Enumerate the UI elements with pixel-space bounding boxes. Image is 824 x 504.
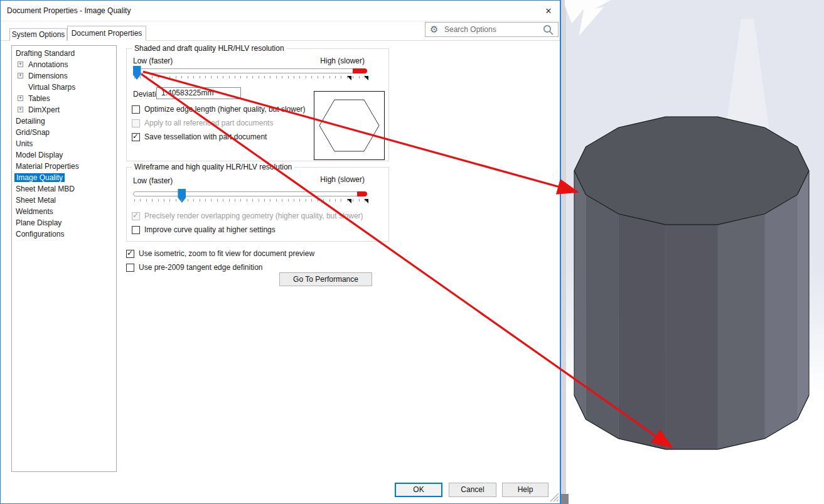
tick-mark xyxy=(217,76,218,78)
tree-item-configurations[interactable]: Configurations xyxy=(12,228,116,240)
tick-mark xyxy=(276,76,277,78)
deviation-field[interactable]: 1.40583225mm xyxy=(156,87,241,99)
slider-ticks xyxy=(134,199,367,204)
search-options-box[interactable]: ⚙ xyxy=(425,22,559,37)
tick-mark xyxy=(181,76,182,78)
search-input[interactable] xyxy=(443,23,537,36)
checkbox-label: Use pre-2009 tangent edge definition xyxy=(139,263,262,272)
tree-item-annotations[interactable]: +Annotations xyxy=(12,59,116,70)
tree-item-label: Tables xyxy=(28,94,50,103)
wireframe-slider-track[interactable] xyxy=(133,191,366,196)
group-title: Wireframe and high quality HLR/HLV resol… xyxy=(132,163,294,171)
tick-mark xyxy=(259,76,259,78)
tab-document-properties[interactable]: Document Properties xyxy=(67,26,146,41)
expand-icon[interactable]: + xyxy=(18,62,23,67)
check-icon: ✓ xyxy=(132,211,139,220)
tree-item-label: Image Quality xyxy=(14,173,65,182)
tick-mark xyxy=(223,76,223,78)
tick-mark xyxy=(205,199,206,201)
tree-item-detailing[interactable]: Detailing xyxy=(12,115,116,127)
tick-mark xyxy=(240,199,241,201)
tree-item-sheet-metal-mbd[interactable]: Sheet Metal MBD xyxy=(12,183,116,195)
ok-button[interactable]: OK xyxy=(395,483,442,497)
tick-mark xyxy=(341,76,341,78)
tick-mark xyxy=(288,199,289,201)
checkbox-label: Apply to all referenced part documents xyxy=(144,119,273,127)
use-pre-2009-tangent-edge-definition-checkbox[interactable] xyxy=(126,264,134,272)
cylinder-facet xyxy=(765,195,798,439)
tree-item-label: Weldments xyxy=(16,207,53,216)
checkbox-label: Improve curve quality at higher settings xyxy=(144,225,276,234)
tick-mark xyxy=(264,199,265,201)
tick-mark xyxy=(200,199,200,201)
tick-mark xyxy=(169,199,170,201)
check-icon: ✓ xyxy=(132,132,139,141)
tree-item-label: Units xyxy=(16,139,33,148)
cylinder-top-face[interactable] xyxy=(574,117,809,225)
expand-icon[interactable]: + xyxy=(18,107,23,112)
tree-item-plane-display[interactable]: Plane Display xyxy=(12,217,116,228)
tick-mark xyxy=(323,199,324,201)
tree-item-label: Plane Display xyxy=(16,218,62,227)
slider-low-label: Low (faster) xyxy=(133,56,173,65)
cancel-button[interactable]: Cancel xyxy=(449,483,496,497)
slider-red-zone xyxy=(357,191,367,196)
tick-mark xyxy=(282,199,282,201)
tick-mark xyxy=(200,76,200,78)
tree-item-weldments[interactable]: Weldments xyxy=(12,206,116,217)
tree-item-label: Virtual Sharps xyxy=(28,83,75,92)
tick-mark xyxy=(282,76,282,78)
dialog-title: Document Properties - Image Quality xyxy=(7,6,131,15)
tick-mark xyxy=(152,76,152,78)
option-use-isometric-zoom-to-fit-view-for-docum: ✓Use isometric, zoom to fit view for doc… xyxy=(126,247,390,260)
tree-item-grid-snap[interactable]: Grid/Snap xyxy=(12,127,116,138)
faceted-cylinder-model[interactable] xyxy=(561,0,824,504)
tree-item-model-display[interactable]: Model Display xyxy=(12,149,116,161)
go-to-performance-button[interactable]: Go To Performance xyxy=(279,272,372,286)
optimize-edge-length-higher-quality-but--checkbox[interactable] xyxy=(132,105,140,114)
improve-curve-quality-at-higher-settings-checkbox[interactable] xyxy=(132,226,140,234)
tick-mark xyxy=(353,76,353,78)
expand-icon[interactable]: + xyxy=(18,95,23,101)
expand-icon[interactable]: + xyxy=(18,73,23,78)
tree-item-dimxpert[interactable]: +DimXpert xyxy=(12,104,116,115)
option-apply-to-all-referenced-part-documents: Apply to all referenced part documents xyxy=(132,116,306,130)
help-button[interactable]: Help xyxy=(502,483,548,497)
search-icon[interactable] xyxy=(543,24,554,36)
tick-mark xyxy=(299,199,300,201)
tree-item-label: Detailing xyxy=(16,117,45,126)
tree-item-sheet-metal[interactable]: Sheet Metal xyxy=(12,195,116,206)
tick-mark xyxy=(164,76,164,78)
tree-item-label: DimXpert xyxy=(28,105,60,114)
shaded-quality-group: Shaded and draft quality HLR/HLV resolut… xyxy=(126,48,389,161)
use-isometric-zoom-to-fit-view-for-docum-checkbox[interactable]: ✓ xyxy=(126,250,134,258)
tree-item-drafting-standard[interactable]: Drafting Standard xyxy=(12,48,116,59)
save-tessellation-with-part-document-checkbox[interactable]: ✓ xyxy=(132,133,140,141)
tree-item-dimensions[interactable]: +Dimensions xyxy=(12,70,116,82)
tick-mark xyxy=(335,199,336,201)
tree-item-label: Material Properties xyxy=(16,162,79,171)
tab-system-options[interactable]: System Options xyxy=(9,28,67,41)
tick-mark xyxy=(193,76,194,78)
close-icon[interactable]: ✕ xyxy=(542,5,555,18)
tick-mark xyxy=(294,199,294,201)
dialog-titlebar[interactable]: Document Properties - Image Quality ✕ xyxy=(1,1,560,21)
gear-icon[interactable]: ⚙ xyxy=(430,24,438,35)
tree-item-units[interactable]: Units xyxy=(12,138,116,149)
tree-item-material-properties[interactable]: Material Properties xyxy=(12,161,116,172)
tree-item-image-quality[interactable]: Image Quality xyxy=(12,172,116,183)
tick-mark xyxy=(193,199,194,201)
check-icon: ✓ xyxy=(127,249,133,257)
precisely-render-overlapping-geometry-hi-checkbox: ✓ xyxy=(132,212,140,220)
cylinder-facet xyxy=(618,214,665,449)
checkbox-label: Use isometric, zoom to fit view for docu… xyxy=(139,249,314,258)
tree-item-virtual-sharps[interactable]: Virtual Sharps xyxy=(12,82,116,93)
option-optimize-edge-length-higher-quality-but-: Optimize edge length (higher quality, bu… xyxy=(132,102,306,116)
tick-mark xyxy=(146,76,147,78)
resize-grip[interactable] xyxy=(549,492,559,502)
tree-item-tables[interactable]: +Tables xyxy=(12,93,116,104)
tick-marker-icon xyxy=(364,76,368,80)
tick-mark xyxy=(323,76,324,78)
shaded-slider-track[interactable] xyxy=(133,68,366,73)
model-viewport[interactable] xyxy=(561,0,824,504)
